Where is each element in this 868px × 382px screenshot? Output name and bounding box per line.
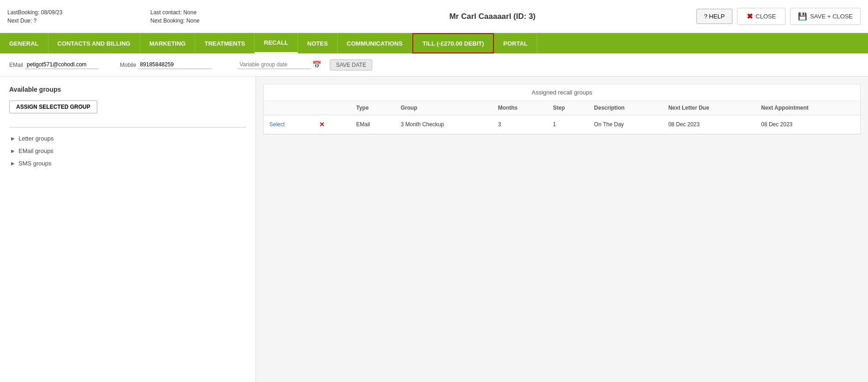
close-button[interactable]: ✖ CLOSE [737,8,785,25]
next-due-value: ? [34,18,37,24]
variable-date-input[interactable] [238,60,311,69]
mobile-input[interactable] [138,60,212,69]
table-header-row: Type Group Months Step Description Next … [264,101,860,115]
row-step-cell: 1 [547,115,589,134]
tab-till[interactable]: TILL (-£270.00 DEBIT) [412,33,494,53]
row-type-cell: EMail [351,115,395,134]
tab-portal[interactable]: PORTAL [494,33,537,53]
col-remove [311,101,351,115]
close-icon: ✖ [747,12,753,21]
row-months-cell: 3 [493,115,547,134]
email-input[interactable] [25,60,99,69]
col-type: Type [351,101,395,115]
recall-table: Type Group Months Step Description Next … [264,101,860,134]
last-booking-label: LastBooking: [7,9,39,16]
row-next-letter-due-cell: 08 Dec 2023 [663,115,755,134]
next-booking-label: Next Booking: [150,18,185,24]
chevron-right-icon-email: ▶ [11,148,15,153]
subheader: EMail Mobile 📅 SAVE DATE [0,53,868,76]
col-group: Group [395,101,493,115]
main-content: Available groups ASSIGN SELECTED GROUP ▶… [0,76,868,382]
patient-name: Mr Carl Caaaaarl (ID: 3) [449,12,535,21]
sms-groups-label: SMS groups [18,160,52,167]
tree-item-letter-groups[interactable]: ▶ Letter groups [9,132,246,145]
help-button[interactable]: ? HELP [696,9,733,24]
header-right-info: Last contact: None Next Booking: None [150,9,289,24]
col-next-appointment: Next Appointment [755,101,860,115]
recall-table-container: Assigned recall groups Type Group Months… [263,84,861,135]
row-group-cell: 3 Month Checkup [395,115,493,134]
letter-groups-label: Letter groups [18,135,54,142]
next-booking-info: Next Booking: None [150,18,289,24]
tab-marketing[interactable]: MARKETING [140,33,196,53]
header-left-info: LastBooking: 08/09/23 Next Due: ? [7,9,146,24]
row-next-appointment-cell: 08 Dec 2023 [755,115,860,134]
header: LastBooking: 08/09/23 Next Due: ? Last c… [0,0,868,33]
close-button-label: CLOSE [755,13,776,20]
chevron-right-icon: ▶ [11,136,15,141]
mobile-label: Mobile [120,62,136,68]
recall-table-title: Assigned recall groups [264,84,860,101]
tab-general[interactable]: GENERAL [0,33,48,53]
nav-tabs: GENERAL CONTACTS AND BILLING MARKETING T… [0,33,868,53]
save-close-button-label: SAVE + CLOSE [810,13,853,20]
variable-date-group: 📅 [238,59,322,70]
save-close-button[interactable]: 💾 SAVE + CLOSE [790,8,861,25]
last-contact-label: Last contact: [150,9,182,16]
save-date-button[interactable]: SAVE DATE [330,59,372,71]
tree-item-sms-groups[interactable]: ▶ SMS groups [9,157,246,170]
last-booking-info: LastBooking: 08/09/23 [7,9,146,16]
remove-button[interactable]: ✕ [316,120,327,129]
tree-item-email-groups[interactable]: ▶ EMail groups [9,145,246,157]
available-groups-title: Available groups [9,86,246,93]
email-label: EMail [9,62,23,68]
save-icon: 💾 [798,12,807,21]
col-next-letter-due: Next Letter Due [663,101,755,115]
right-panel: Assigned recall groups Type Group Months… [256,76,868,382]
tab-notes[interactable]: NOTES [298,33,338,53]
email-field-group: EMail [9,60,99,69]
last-booking-value: 08/09/23 [41,9,63,16]
col-step: Step [547,101,589,115]
row-description-cell: On The Day [589,115,663,134]
assign-selected-group-button[interactable]: ASSIGN SELECTED GROUP [9,100,97,113]
row-select-cell: Select [264,115,311,134]
separator-line [9,127,246,128]
email-groups-label: EMail groups [18,147,54,154]
table-row: Select ✕ EMail 3 Month Checkup 3 1 On Th… [264,115,860,134]
col-select [264,101,311,115]
tab-treatments[interactable]: TREATMENTS [195,33,255,53]
next-due-info: Next Due: ? [7,18,146,24]
select-link[interactable]: Select [269,121,285,128]
next-booking-value: None [186,18,200,24]
last-contact-value: None [183,9,196,16]
mobile-field-group: Mobile [120,60,212,69]
calendar-icon-button[interactable]: 📅 [311,59,322,70]
tab-communications[interactable]: COMMUNICATIONS [338,33,412,53]
next-due-label: Next Due: [7,18,32,24]
tab-recall[interactable]: RECALL [255,33,298,53]
last-contact-info: Last contact: None [150,9,289,16]
header-center: Mr Carl Caaaaarl (ID: 3) [289,12,696,21]
header-actions: ? HELP ✖ CLOSE 💾 SAVE + CLOSE [696,8,861,25]
col-description: Description [589,101,663,115]
col-months: Months [493,101,547,115]
tab-contacts-billing[interactable]: CONTACTS AND BILLING [48,33,140,53]
row-remove-cell: ✕ [311,115,351,134]
left-panel: Available groups ASSIGN SELECTED GROUP ▶… [0,76,256,382]
chevron-right-icon-sms: ▶ [11,161,15,166]
